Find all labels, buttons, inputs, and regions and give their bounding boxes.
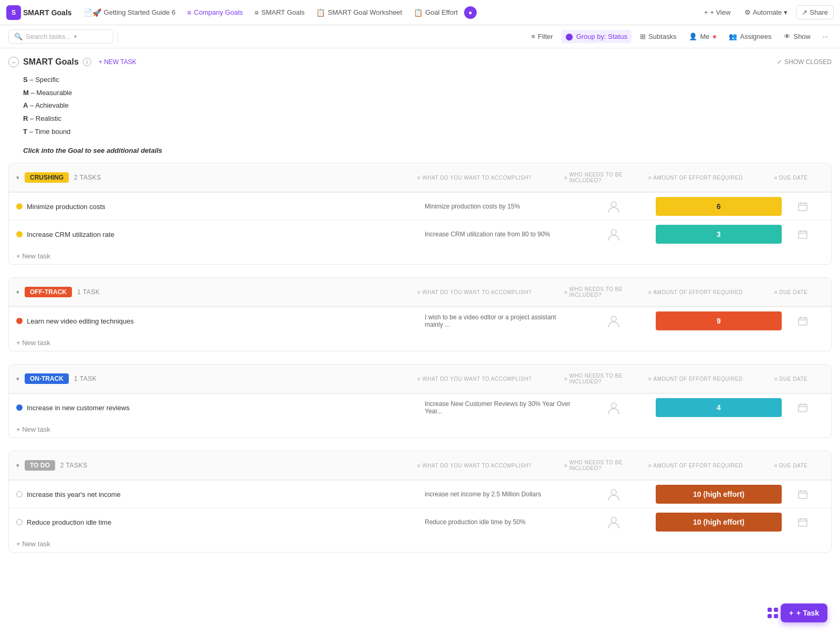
- column-header: [114, 172, 417, 183]
- column-header-icon: ≡: [648, 289, 652, 295]
- show-button[interactable]: 👁 Show: [780, 30, 815, 43]
- me-label: Me: [700, 33, 709, 40]
- automate-button[interactable]: ⚙ Automate ▾: [739, 6, 793, 19]
- svg-point-5: [611, 230, 616, 235]
- task-status-dot: [16, 203, 23, 210]
- svg-rect-21: [799, 491, 807, 498]
- group-header-off-track: ▾OFF-TRACK1 TASK≡WHAT DO YOU WANT TO ACC…: [9, 278, 831, 307]
- due-date-cell[interactable]: [782, 517, 824, 527]
- column-header: ≡WHO NEEDS TO BE INCLUDED?: [564, 373, 648, 384]
- table-row[interactable]: Increase CRM utilization rateIncrease CR…: [9, 220, 831, 248]
- search-chevron-icon: ▾: [74, 34, 77, 39]
- svg-point-10: [611, 316, 616, 321]
- due-date-cell[interactable]: [782, 403, 824, 412]
- smart-row-m: M – Measurable: [23, 87, 817, 100]
- task-name-cell: Minimize production costs: [16, 203, 425, 211]
- toolbar-more-button[interactable]: ···: [819, 30, 832, 43]
- effort-bar: 10 (high effort): [656, 485, 782, 504]
- view-label: + View: [710, 8, 730, 16]
- svg-rect-33: [774, 614, 778, 618]
- view-button[interactable]: + + View: [699, 6, 736, 19]
- checkmark-icon: ✓: [777, 58, 782, 66]
- col-headers-on-track: ≡WHAT DO YOU WANT TO ACCOMPLISH?≡WHO NEE…: [102, 370, 824, 388]
- add-task-fab[interactable]: + + Task: [781, 603, 827, 622]
- me-button[interactable]: 👤 Me: [685, 30, 720, 43]
- table-row[interactable]: Minimize production costsMinimize produc…: [9, 192, 831, 220]
- task-name-cell: Increase CRM utilization rate: [16, 231, 425, 238]
- groups-container: ▾CRUSHING2 TASKS≡WHAT DO YOU WANT TO ACC…: [8, 163, 832, 553]
- tab-company-goals[interactable]: ≡ Company Goals: [182, 3, 248, 22]
- add-new-task-button[interactable]: + New task: [9, 536, 831, 552]
- assignee-icon: [606, 487, 621, 502]
- effort-cell: 6: [656, 197, 782, 216]
- effort-cell: 4: [656, 398, 782, 417]
- column-header: ≡WHAT DO YOU WANT TO ACCOMPLISH?: [417, 286, 564, 298]
- due-date-cell[interactable]: [782, 316, 824, 326]
- table-row[interactable]: Learn new video editing techniquesI wish…: [9, 307, 831, 335]
- task-accomplish: Minimize production costs by 15%: [425, 203, 572, 210]
- effort-cell: 10 (high effort): [656, 485, 782, 504]
- task-assignee: [572, 199, 656, 214]
- due-date-cell[interactable]: [782, 230, 824, 239]
- task-assignee: [572, 487, 656, 502]
- show-closed-button[interactable]: ✓ SHOW CLOSED: [777, 58, 832, 66]
- group-off-track: ▾OFF-TRACK1 TASK≡WHAT DO YOU WANT TO ACC…: [8, 277, 832, 351]
- filter-label: Filter: [538, 33, 553, 40]
- group-collapse-on-track[interactable]: ▾: [16, 376, 19, 382]
- col-headers-to-do: ≡WHAT DO YOU WANT TO ACCOMPLISH?≡WHO NEE…: [93, 456, 824, 474]
- column-header: ≡WHO NEEDS TO BE INCLUDED?: [564, 286, 648, 298]
- filter-button[interactable]: ≡ Filter: [527, 30, 557, 43]
- column-header: ≡DUE DATE: [774, 286, 816, 298]
- subtasks-button[interactable]: ⊞ Subtasks: [636, 30, 680, 43]
- group-by-status-button[interactable]: ⬤ Group by: Status: [561, 30, 632, 43]
- column-header-icon: ≡: [774, 175, 778, 181]
- table-row[interactable]: Increase in new customer reviewsIncrease…: [9, 393, 831, 421]
- info-icon[interactable]: i: [83, 58, 91, 66]
- due-date-cell[interactable]: [782, 490, 824, 499]
- group-count-to-do: 2 TASKS: [60, 462, 88, 469]
- column-header: ≡WHAT DO YOU WANT TO ACCOMPLISH?: [417, 460, 564, 471]
- section-new-task-button[interactable]: + NEW TASK: [96, 57, 140, 67]
- group-collapse-crushing[interactable]: ▾: [16, 174, 19, 181]
- tab-getting-started[interactable]: 📄🚀 Getting Started Guide 6: [78, 3, 181, 22]
- task-name-cell: Reduce production idle time: [16, 518, 425, 526]
- table-row[interactable]: Increase this year's net incomeincrease …: [9, 480, 831, 508]
- column-header-icon: ≡: [774, 289, 778, 295]
- toolbar: 🔍 Search tasks... ▾ ≡ Filter ⬤ Group by:…: [0, 25, 840, 48]
- me-icon: 👤: [689, 33, 697, 40]
- letter-s: S: [23, 76, 28, 84]
- column-header: ≡WHAT DO YOU WANT TO ACCOMPLISH?: [417, 172, 564, 183]
- search-placeholder: Search tasks...: [26, 33, 71, 40]
- assignees-button[interactable]: 👥 Assignees: [724, 30, 775, 43]
- group-collapse-to-do[interactable]: ▾: [16, 462, 19, 469]
- section-collapse-button[interactable]: –: [8, 57, 19, 67]
- svg-point-25: [611, 517, 616, 523]
- tab-smart-goals[interactable]: ≡ SMART Goals: [249, 3, 310, 22]
- due-date-cell[interactable]: [782, 202, 824, 211]
- add-new-task-button[interactable]: + New task: [9, 335, 831, 351]
- search-box[interactable]: 🔍 Search tasks... ▾: [8, 29, 113, 44]
- nav-actions: + + View ⚙ Automate ▾ ↗ Share: [699, 5, 834, 19]
- add-new-task-button[interactable]: + New task: [9, 421, 831, 438]
- share-button[interactable]: ↗ Share: [796, 5, 834, 19]
- table-row[interactable]: Reduce production idle timeReduce produc…: [9, 508, 831, 536]
- column-header: ≡AMOUNT OF EFFORT REQUIRED: [648, 460, 774, 471]
- tab-more-circle[interactable]: ●: [464, 6, 477, 19]
- column-header-icon: ≡: [417, 376, 421, 382]
- content-area: – SMART Goals i + NEW TASK ✓ SHOW CLOSED…: [0, 48, 840, 635]
- task-assignee: [572, 314, 656, 328]
- search-icon: 🔍: [14, 33, 23, 40]
- column-header-icon: ≡: [774, 463, 778, 469]
- task-name: Increase CRM utilization rate: [27, 231, 114, 238]
- subtasks-label: Subtasks: [648, 33, 676, 40]
- group-collapse-off-track[interactable]: ▾: [16, 289, 19, 296]
- tab-smart-goal-worksheet[interactable]: 📋 SMART Goal Worksheet: [311, 3, 407, 22]
- goal-effort-icon: 📋: [414, 8, 423, 17]
- tab-goal-effort[interactable]: 📋 Goal Effort: [408, 3, 463, 22]
- calendar-icon: [798, 403, 807, 412]
- group-count-off-track: 1 TASK: [77, 288, 100, 296]
- task-accomplish: increase net income by 2.5 Million Dolla…: [425, 491, 572, 498]
- task-name-cell: Increase in new customer reviews: [16, 404, 425, 412]
- grid-view-icon[interactable]: [763, 603, 782, 622]
- add-new-task-button[interactable]: + New task: [9, 248, 831, 264]
